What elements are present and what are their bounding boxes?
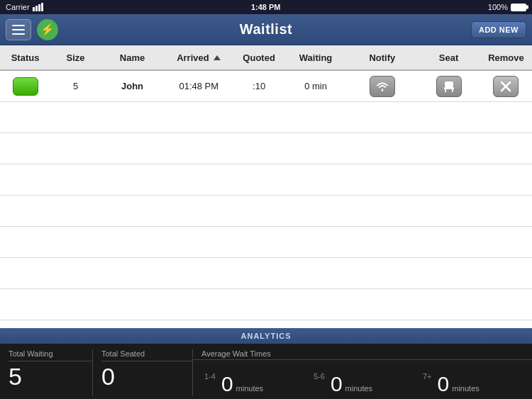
cell-waiting: 0 min [284,81,348,91]
status-green-indicator[interactable] [13,77,38,96]
cell-seat [417,76,480,97]
empty-row [0,227,532,258]
lightning-button[interactable]: ⚡ [37,19,58,40]
col-header-name: Name [101,52,164,63]
wait-group-value-1-4: 0 [221,373,233,395]
svg-rect-5 [445,82,453,87]
analytics-section: ANALYTICS Total Waiting 5 Total Seated 0… [0,328,532,399]
svg-rect-8 [452,89,453,92]
seat-button[interactable] [436,76,462,97]
empty-row [0,196,532,227]
svg-rect-3 [41,3,43,11]
empty-row [0,258,532,289]
app-header: ⚡ Waitlist ADD NEW [0,14,532,45]
analytics-header: ANALYTICS [0,328,532,344]
wait-group-label-5-6: 5-6 [314,372,328,395]
seat-icon [442,80,456,93]
page-title: Waitlist [240,21,292,38]
wifi-status-icon [33,3,44,11]
wifi-notify-icon [375,81,389,92]
cell-status [0,77,50,96]
table-row: 5 John 01:48 PM :10 0 min [0,71,532,102]
wait-group-unit-7plus: minutes [452,384,480,395]
col-header-status: Status [0,52,50,63]
analytics-title: ANALYTICS [241,332,292,340]
total-seated-value: 0 [101,364,192,388]
empty-row [0,164,532,196]
total-waiting-label: Total Waiting [9,349,92,358]
total-seated-section: Total Seated 0 [93,347,192,399]
empty-row [0,133,532,164]
carrier-label: Carrier [6,3,30,11]
total-waiting-section: Total Waiting 5 [0,347,92,399]
sort-arrow-arrived [214,55,221,60]
col-header-notify: Notify [347,52,417,63]
col-header-seat: Seat [417,52,480,63]
svg-rect-7 [445,89,446,92]
svg-rect-2 [38,4,40,11]
col-header-arrived[interactable]: Arrived [164,52,234,63]
wait-group-unit-1-4: minutes [236,384,264,395]
cell-name: John [101,81,164,91]
wait-group-5-6: 5-6 0 minutes [308,372,417,395]
wait-group-value-7plus: 0 [438,373,450,395]
table-header: Status Size Name Arrived Quoted Waiting … [0,45,532,71]
remove-x-icon [500,81,511,92]
cell-remove [480,76,532,97]
analytics-content: Total Waiting 5 Total Seated 0 Average W… [0,344,532,399]
notify-button[interactable] [370,76,395,97]
svg-point-4 [382,89,383,90]
avg-wait-label: Average Wait Times [193,347,532,359]
empty-row [0,289,532,320]
wait-group-7plus: 7+ 0 minutes [417,372,526,395]
wait-group-label-7plus: 7+ [423,372,435,395]
svg-rect-1 [35,6,38,11]
col-header-quoted: Quoted [234,52,284,63]
empty-row [0,320,532,328]
avg-wait-divider [193,359,532,360]
empty-row [0,102,532,133]
cell-quoted: :10 [234,81,284,91]
cell-arrived: 01:48 PM [164,81,234,91]
menu-button[interactable] [6,19,31,40]
wait-group-label-1-4: 1-4 [204,372,218,395]
total-seated-label: Total Seated [101,349,192,358]
wait-group-value-5-6: 0 [331,373,343,395]
col-header-size: Size [50,52,101,63]
add-new-button[interactable]: ADD NEW [471,21,526,38]
battery-icon [511,4,526,11]
cell-notify [347,76,417,97]
status-time: 1:48 PM [251,3,281,11]
avg-wait-section: Average Wait Times 1-4 0 minutes 5-6 0 m… [193,347,532,399]
svg-rect-0 [33,7,35,11]
status-bar: Carrier 1:48 PM 100% [0,0,532,14]
svg-rect-6 [444,87,454,89]
battery-percent: 100% [488,3,508,11]
main-content: Status Size Name Arrived Quoted Waiting … [0,45,532,328]
col-header-waiting: Waiting [284,52,348,63]
wait-group-unit-5-6: minutes [345,384,373,395]
total-waiting-value: 5 [9,364,92,388]
wait-group-1-4: 1-4 0 minutes [199,372,308,395]
cell-size: 5 [50,81,101,91]
remove-button[interactable] [493,76,519,97]
avg-wait-groups: 1-4 0 minutes 5-6 0 minutes 7+ 0 minutes [193,363,532,399]
col-header-remove: Remove [480,52,532,63]
